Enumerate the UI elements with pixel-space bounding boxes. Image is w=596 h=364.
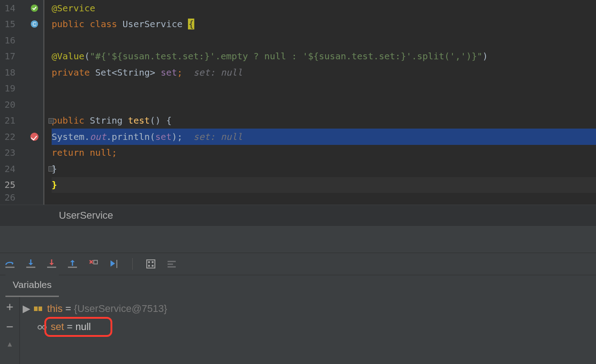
variables-tree[interactable]: ▶ this = {UserService@7513} set = null	[20, 297, 596, 364]
variable-row-this[interactable]: ▶ this = {UserService@7513}	[23, 300, 596, 318]
variables-tab[interactable]: Variables	[5, 275, 59, 297]
line-number: 23	[5, 147, 15, 158]
code-line-execution-point[interactable]: System.out.println(set); set: null	[52, 129, 596, 145]
drop-frame-icon[interactable]	[88, 259, 99, 269]
svg-rect-12	[152, 265, 154, 267]
debugger-tabs: Variables	[0, 275, 596, 297]
annotation: @Service	[52, 3, 95, 14]
breadcrumb[interactable]: UserService	[59, 210, 113, 221]
line-number: 18	[5, 67, 15, 78]
gutter-line[interactable]: 22	[0, 129, 43, 145]
variables-panel: + − ▲ ▶ this = {UserService@7513} set = …	[0, 297, 596, 364]
code-line[interactable]: @Service	[52, 0, 596, 16]
svg-text:C: C	[33, 21, 36, 27]
step-into-icon[interactable]	[25, 259, 36, 269]
variables-side-toolbar: + − ▲	[0, 297, 20, 364]
gutter-line[interactable]: 18	[0, 64, 43, 81]
svg-rect-17	[38, 307, 42, 311]
force-step-into-icon[interactable]	[46, 259, 57, 269]
gutter: 14 15 C 16 17 18 19 20 21 22 23 24 25 26	[0, 0, 43, 205]
toolbar-separator	[132, 258, 133, 270]
line-number: 21	[5, 115, 15, 126]
svg-rect-8	[147, 260, 155, 268]
svg-point-0	[31, 5, 38, 12]
class-icon: C	[30, 20, 38, 28]
svg-rect-3	[5, 267, 14, 268]
svg-point-18	[38, 326, 42, 329]
debugger-toolbar	[0, 253, 596, 275]
code-line[interactable]: }	[52, 177, 596, 193]
svg-point-19	[43, 326, 46, 329]
svg-rect-9	[148, 261, 150, 263]
svg-rect-4	[26, 267, 35, 268]
gutter-line[interactable]: 23	[0, 145, 43, 161]
gutter-line[interactable]: 19	[0, 81, 43, 97]
step-out-icon[interactable]	[67, 259, 78, 269]
svg-rect-14	[168, 263, 173, 265]
line-number: 14	[5, 3, 15, 14]
trace-current-stream-chain-icon[interactable]	[166, 259, 177, 269]
gutter-line[interactable]: 24	[0, 161, 43, 177]
svg-rect-10	[152, 261, 154, 263]
line-number: 25	[5, 179, 15, 190]
line-number: 26	[5, 193, 15, 202]
add-watch-button[interactable]: +	[6, 301, 14, 312]
code-line[interactable]	[52, 32, 596, 48]
fold-end-icon[interactable]	[48, 166, 54, 172]
gutter-line[interactable]: 14	[0, 0, 43, 16]
variable-name: set	[51, 321, 64, 332]
code-line[interactable]	[52, 96, 596, 113]
gutter-line[interactable]: 21	[0, 113, 43, 129]
line-number: 16	[5, 35, 15, 46]
expand-arrow-icon[interactable]: ▶	[23, 303, 30, 315]
svg-rect-13	[168, 261, 176, 262]
svg-rect-16	[34, 307, 38, 311]
variable-row-set[interactable]: set = null	[23, 318, 596, 336]
panel-gap	[0, 226, 596, 253]
evaluate-expression-icon[interactable]	[145, 259, 156, 269]
gutter-line[interactable]: 16	[0, 32, 43, 48]
fold-collapse-icon[interactable]: −	[48, 118, 54, 124]
breakpoint-icon[interactable]	[30, 133, 38, 141]
variable-value: null	[75, 321, 91, 332]
variable-name: this	[47, 303, 62, 314]
svg-rect-5	[47, 267, 56, 268]
gutter-line[interactable]: 26	[0, 193, 43, 202]
code-line[interactable]: return null;	[52, 145, 596, 161]
gutter-line[interactable]: 25	[0, 177, 43, 193]
svg-rect-15	[168, 266, 176, 268]
line-number: 22	[5, 131, 15, 142]
line-number: 19	[5, 83, 15, 94]
gutter-line[interactable]: 15 C	[0, 16, 43, 33]
run-to-cursor-icon[interactable]	[109, 259, 120, 269]
line-number: 20	[5, 99, 15, 110]
gutter-line[interactable]: 20	[0, 96, 43, 113]
code-line[interactable]: }	[52, 161, 596, 177]
code-line[interactable]	[52, 81, 596, 97]
inline-hint: set: null	[183, 67, 242, 78]
glasses-icon	[37, 323, 47, 331]
code-line[interactable]: @Value("#{'${susan.test.set:}'.empty ? n…	[52, 48, 596, 65]
spring-bean-icon	[30, 4, 38, 12]
code-line[interactable]: private Set<String> set; set: null	[52, 64, 596, 81]
object-icon	[34, 305, 43, 313]
code-line[interactable]: public class UserService {	[52, 16, 596, 33]
code-line[interactable]: − public String test() {	[52, 113, 596, 129]
line-number: 24	[5, 163, 15, 174]
code-area[interactable]: @Service public class UserService { @Val…	[43, 0, 596, 205]
line-number: 17	[5, 51, 15, 62]
inline-hint: set: null	[183, 131, 242, 142]
variable-value: {UserService@7513}	[74, 303, 167, 314]
move-up-button[interactable]: ▲	[8, 340, 12, 348]
line-number: 15	[5, 19, 15, 29]
editor-pane: 14 15 C 16 17 18 19 20 21 22 23 24 25 26…	[0, 0, 596, 205]
svg-rect-11	[148, 265, 150, 267]
step-over-icon[interactable]	[5, 259, 15, 269]
svg-rect-6	[68, 267, 77, 268]
remove-watch-button[interactable]: −	[6, 321, 14, 332]
svg-rect-7	[94, 260, 97, 264]
gutter-line[interactable]: 17	[0, 48, 43, 65]
breadcrumb-bar[interactable]: UserService	[0, 205, 596, 226]
